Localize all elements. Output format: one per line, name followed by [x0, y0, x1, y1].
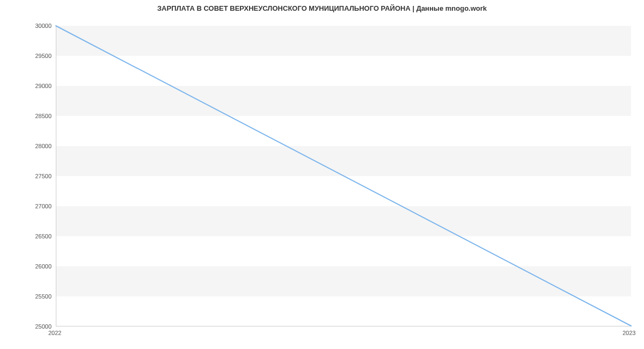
- y-tick-25000: 25000: [9, 323, 52, 330]
- y-tick-27500: 27500: [9, 173, 52, 179]
- y-tick-26000: 26000: [9, 263, 52, 270]
- y-tick-29000: 29000: [9, 83, 52, 89]
- y-tick-28000: 28000: [9, 143, 52, 149]
- y-tick-26500: 26500: [9, 233, 52, 239]
- chart-container: ЗАРПЛАТА В СОВЕТ ВЕРХНЕУСЛОНСКОГО МУНИЦИ…: [0, 0, 644, 349]
- series-path: [56, 26, 631, 326]
- y-tick-25500: 25500: [9, 293, 52, 300]
- x-tick-2022: 2022: [48, 330, 61, 336]
- y-tick-29500: 29500: [9, 53, 52, 59]
- y-tick-28500: 28500: [9, 113, 52, 119]
- line-series: [56, 26, 631, 326]
- plot-area: [56, 26, 631, 326]
- y-tick-30000: 30000: [9, 23, 52, 29]
- y-tick-27000: 27000: [9, 203, 52, 209]
- x-tick-2023: 2023: [623, 330, 635, 336]
- chart-title: ЗАРПЛАТА В СОВЕТ ВЕРХНЕУСЛОНСКОГО МУНИЦИ…: [0, 4, 644, 12]
